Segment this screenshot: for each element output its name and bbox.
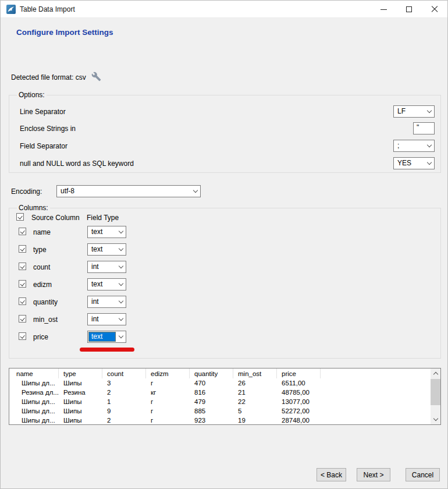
close-icon [431, 6, 438, 13]
cell: кг [146, 388, 190, 397]
encoding-select[interactable]: utf-8 [56, 185, 201, 197]
table-row: Шипы дл... Шипы 1 г 479 22 13077,00 [9, 397, 431, 406]
column-header: name [9, 368, 59, 378]
cell: Шипы дл... [9, 406, 59, 416]
field-type-select-type[interactable]: text [87, 243, 126, 256]
scroll-up-button[interactable] [431, 368, 440, 378]
column-checkbox-edizm[interactable] [19, 280, 26, 288]
column-header: min_ost [233, 368, 277, 378]
minimize-button[interactable] [371, 1, 396, 18]
line-separator-select[interactable]: LF [393, 105, 435, 118]
cell: г [146, 378, 190, 388]
source-column-header: Source Column [31, 214, 80, 222]
column-header: price [277, 368, 321, 378]
chevron-down-icon [116, 314, 126, 325]
table-data-import-dialog: Table Data Import Configure Import Setti… [0, 0, 448, 489]
column-header-filler [321, 368, 431, 378]
cell: г [146, 397, 190, 406]
cell: 885 [190, 406, 233, 416]
column-name-label: type [33, 246, 47, 254]
cell: 19 [233, 416, 277, 424]
minimize-icon [381, 9, 387, 10]
next-button-label: Next > [363, 471, 383, 479]
preview-table-header-row: name type count edizm quantity min_ost p… [9, 368, 431, 378]
table-row: Резина дл... Резина 2 кг 816 21 48785,00 [9, 388, 431, 397]
null-keyword-label: null and NULL word as SQL keyword [20, 160, 134, 168]
columns-group: Columns: Source Column Field Type name t… [9, 208, 441, 359]
field-type-select-count[interactable]: int [87, 261, 126, 273]
null-keyword-value: YES [394, 158, 424, 168]
field-type-select-price[interactable]: text [87, 331, 126, 343]
column-name-label: count [33, 263, 50, 271]
chevron-down-icon [116, 296, 126, 307]
field-type-select-min-ost[interactable]: int [87, 313, 126, 325]
cell: 470 [190, 378, 233, 388]
field-type-value: text [88, 279, 116, 289]
field-type-value: int [88, 297, 116, 307]
null-keyword-select[interactable]: YES [393, 157, 435, 169]
column-checkbox-name[interactable] [19, 228, 26, 235]
encoding-value: utf-8 [58, 186, 190, 196]
cell: 479 [190, 397, 233, 406]
red-underline-annotation [80, 348, 134, 352]
field-separator-value: ; [394, 141, 424, 151]
field-type-select-edizm[interactable]: text [87, 278, 126, 290]
cell: Шипы дл... [9, 378, 59, 388]
chevron-down-icon [424, 158, 434, 169]
cell: 5 [233, 406, 277, 416]
cell: 52272,00 [277, 406, 321, 416]
cell: г [146, 406, 190, 416]
next-button[interactable]: Next > [357, 468, 390, 481]
enclose-strings-input[interactable]: " [413, 122, 435, 134]
cell: Шипы [59, 416, 102, 424]
title-bar: Table Data Import [1, 1, 447, 18]
scrollbar-thumb[interactable] [431, 379, 440, 405]
maximize-button[interactable] [396, 1, 422, 18]
close-button[interactable] [422, 1, 447, 18]
cell: 6511,00 [277, 378, 321, 388]
options-group: Options: Line Separator Enclose Strings … [9, 95, 441, 173]
column-checkbox-count[interactable] [19, 263, 26, 270]
chevron-up-icon [433, 372, 438, 377]
field-separator-select[interactable]: ; [393, 140, 435, 152]
line-separator-label: Line Separator [20, 108, 66, 116]
chevron-down-icon [116, 331, 126, 342]
encoding-label: Encoding: [11, 187, 42, 196]
field-type-select-name[interactable]: text [87, 226, 126, 238]
field-type-select-quantity[interactable]: int [87, 296, 126, 308]
chevron-down-icon [433, 416, 438, 421]
field-type-header: Field Type [87, 214, 119, 222]
cell: 48785,00 [277, 388, 321, 397]
cell: Шипы [59, 378, 102, 388]
scroll-down-button[interactable] [431, 414, 440, 424]
back-button[interactable]: < Back [317, 468, 346, 481]
chevron-down-icon [424, 106, 434, 117]
cell: 9 [102, 406, 146, 416]
column-header: quantity [190, 368, 233, 378]
cell: 1 [102, 397, 146, 406]
cancel-button[interactable]: Cancel [406, 468, 440, 481]
cell: Шипы [59, 397, 102, 406]
column-checkbox-min-ost[interactable] [19, 315, 26, 323]
chevron-down-icon [190, 186, 200, 197]
field-separator-label: Field Separator [20, 142, 67, 150]
column-name-label: name [33, 228, 51, 236]
cell: 816 [190, 388, 233, 397]
select-all-columns-checkbox[interactable] [16, 213, 24, 221]
cancel-button-label: Cancel [412, 471, 433, 479]
chevron-down-icon [116, 279, 126, 290]
vertical-scrollbar[interactable] [431, 368, 440, 424]
column-checkbox-type[interactable] [19, 245, 26, 253]
enclose-strings-label: Enclose Strings in [20, 125, 76, 133]
column-checkbox-quantity[interactable] [19, 297, 26, 305]
window-title: Table Data Import [20, 5, 75, 13]
cell: Шипы дл... [9, 397, 59, 406]
cell: 2 [102, 416, 146, 424]
column-checkbox-price[interactable] [19, 332, 26, 340]
chevron-down-icon [116, 226, 126, 238]
column-name-label: min_ost [33, 316, 58, 324]
field-type-value: text [88, 227, 116, 237]
cell: 28748,00 [277, 416, 321, 424]
column-name-label: quantity [33, 298, 58, 306]
preview-table: name type count edizm quantity min_ost p… [9, 368, 441, 425]
